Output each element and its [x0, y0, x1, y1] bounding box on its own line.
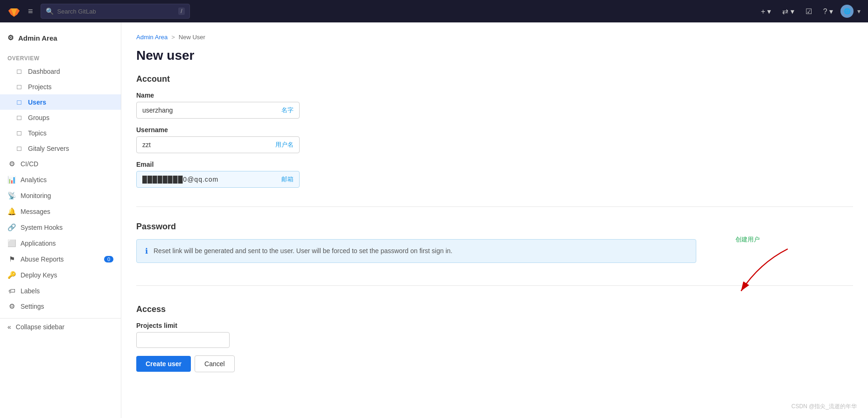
abuse-icon: ⚑	[7, 255, 16, 263]
labels-icon: 🏷	[7, 287, 16, 295]
new-item-button[interactable]: + ▾	[757, 5, 775, 18]
username-label: Username	[136, 126, 853, 134]
sidebar-item-cicd[interactable]: ⚙ CI/CD	[0, 156, 121, 172]
name-input-wrapper: 名字	[136, 102, 300, 119]
todos-button[interactable]: ☑	[802, 5, 816, 18]
merge-requests-button[interactable]: ⇄ ▾	[778, 5, 798, 18]
sidebar-item-settings[interactable]: ⚙ Settings	[0, 298, 121, 314]
watermark: CSDN @指尖_流逝的年华	[791, 403, 857, 411]
deploy-icon: 🔑	[7, 271, 16, 279]
sidebar-item-deploy[interactable]: 🔑 Deploy Keys	[0, 267, 121, 283]
sidebar-item-label: Settings	[21, 303, 44, 310]
password-section: Password ℹ Reset link will be generated …	[136, 222, 853, 286]
name-input[interactable]	[142, 106, 281, 114]
cancel-button[interactable]: Cancel	[195, 355, 235, 372]
info-text: Reset link will be generated and sent to…	[154, 246, 452, 256]
sidebar-item-label: Labels	[21, 287, 40, 295]
sidebar-item-messages[interactable]: 🔔 Messages	[0, 204, 121, 220]
name-hint: 名字	[281, 106, 294, 114]
account-section: Account Name 名字 Username 用户名 Email █████…	[136, 74, 853, 207]
search-input[interactable]	[57, 8, 175, 15]
sidebar-item-label: Messages	[21, 208, 50, 215]
sidebar-section-overview: Overview □ Dashboard □ Projects □ Users …	[0, 50, 121, 156]
settings-icon: ⚙	[7, 302, 16, 311]
gitaly-icon: □	[15, 144, 23, 152]
sidebar-item-label: Topics	[28, 129, 47, 137]
sidebar-item-hooks[interactable]: 🔗 System Hooks	[0, 220, 121, 235]
breadcrumb-separator: >	[171, 34, 175, 41]
dashboard-icon: □	[15, 67, 23, 75]
hamburger-menu[interactable]: ≡	[26, 5, 35, 18]
sidebar-item-gitaly[interactable]: □ Gitaly Servers	[0, 141, 121, 156]
email-hint: 邮箱	[281, 175, 294, 184]
sidebar-item-groups[interactable]: □ Groups	[0, 110, 121, 125]
messages-icon: 🔔	[7, 207, 16, 216]
sidebar-item-projects[interactable]: □ Projects	[0, 79, 121, 94]
analytics-icon: 📊	[7, 176, 16, 184]
email-label: Email	[136, 161, 853, 168]
sidebar-item-dashboard[interactable]: □ Dashboard	[0, 64, 121, 79]
username-hint: 用户名	[275, 141, 294, 149]
main-content: Admin Area > New User New user Account N…	[121, 22, 868, 418]
email-field-group: Email ████████0@qq.com 邮箱	[136, 161, 853, 188]
sidebar-item-users[interactable]: □ Users	[0, 94, 121, 110]
sidebar-item-label: Projects	[28, 83, 52, 91]
sidebar: ⚙ Admin Area Overview □ Dashboard □ Proj…	[0, 22, 121, 418]
search-bar[interactable]: 🔍 /	[41, 4, 190, 19]
sidebar-item-label: Users	[28, 99, 46, 106]
collapse-sidebar[interactable]: « Collapse sidebar	[0, 318, 121, 335]
name-field-group: Name 名字	[136, 92, 853, 119]
hooks-icon: 🔗	[7, 223, 16, 232]
sidebar-item-label: Groups	[28, 114, 49, 121]
sidebar-item-topics[interactable]: □ Topics	[0, 125, 121, 141]
abuse-badge: 0	[104, 256, 113, 262]
topnav-right: + ▾ ⇄ ▾ ☑ ? ▾ 🌐 ▾	[757, 5, 861, 18]
username-input[interactable]	[142, 141, 275, 149]
applications-icon: ⬜	[7, 239, 16, 248]
password-title: Password	[136, 222, 853, 232]
admin-icon: ⚙	[7, 34, 14, 42]
gitlab-logo[interactable]	[7, 5, 21, 18]
sidebar-item-abuse[interactable]: ⚑ Abuse Reports 0	[0, 251, 121, 267]
sidebar-header[interactable]: ⚙ Admin Area	[0, 30, 121, 50]
topnav: ≡ 🔍 / + ▾ ⇄ ▾ ☑ ? ▾ 🌐 ▾	[0, 0, 868, 22]
avatar-dropdown-arrow: ▾	[857, 7, 861, 15]
help-button[interactable]: ? ▾	[819, 5, 837, 18]
form-buttons: Create user Cancel	[136, 355, 853, 372]
page-title: New user	[136, 48, 853, 63]
sidebar-item-monitoring[interactable]: 📡 Monitoring	[0, 188, 121, 204]
collapse-label: Collapse sidebar	[16, 323, 64, 331]
users-icon: □	[15, 98, 23, 106]
annotation-text: 创建用户	[735, 235, 760, 244]
sidebar-item-label: Monitoring	[21, 192, 51, 199]
sidebar-item-label: CI/CD	[21, 160, 38, 168]
sidebar-item-label: Abuse Reports	[21, 255, 64, 263]
projects-limit-label: Projects limit	[136, 322, 853, 329]
name-label: Name	[136, 92, 853, 99]
groups-icon: □	[15, 113, 23, 121]
breadcrumb-admin[interactable]: Admin Area	[136, 34, 168, 41]
avatar[interactable]: 🌐	[840, 5, 854, 18]
cicd-icon: ⚙	[7, 160, 16, 168]
access-title: Access	[136, 305, 853, 314]
sidebar-item-label: Deploy Keys	[21, 271, 57, 279]
monitoring-icon: 📡	[7, 191, 16, 200]
collapse-icon: «	[7, 323, 11, 331]
sidebar-item-label: System Hooks	[21, 224, 63, 231]
sidebar-item-analytics[interactable]: 📊 Analytics	[0, 172, 121, 188]
sidebar-item-labels[interactable]: 🏷 Labels	[0, 283, 121, 298]
sidebar-item-applications[interactable]: ⬜ Applications	[0, 235, 121, 251]
username-field-group: Username 用户名	[136, 126, 853, 153]
email-input-wrapper: ████████0@qq.com 邮箱	[136, 171, 300, 188]
sidebar-title: Admin Area	[18, 34, 57, 42]
projects-limit-input[interactable]	[136, 332, 230, 348]
sidebar-item-label: Applications	[21, 240, 56, 247]
info-icon: ℹ	[145, 247, 148, 255]
sidebar-item-label: Analytics	[21, 176, 47, 184]
sidebar-section-main: ⚙ CI/CD 📊 Analytics 📡 Monitoring 🔔 Messa…	[0, 156, 121, 314]
section-title-overview: Overview	[0, 50, 121, 64]
account-title: Account	[136, 74, 853, 84]
create-user-button[interactable]: Create user	[136, 356, 191, 372]
projects-icon: □	[15, 83, 23, 91]
projects-limit-group: Projects limit	[136, 322, 853, 348]
